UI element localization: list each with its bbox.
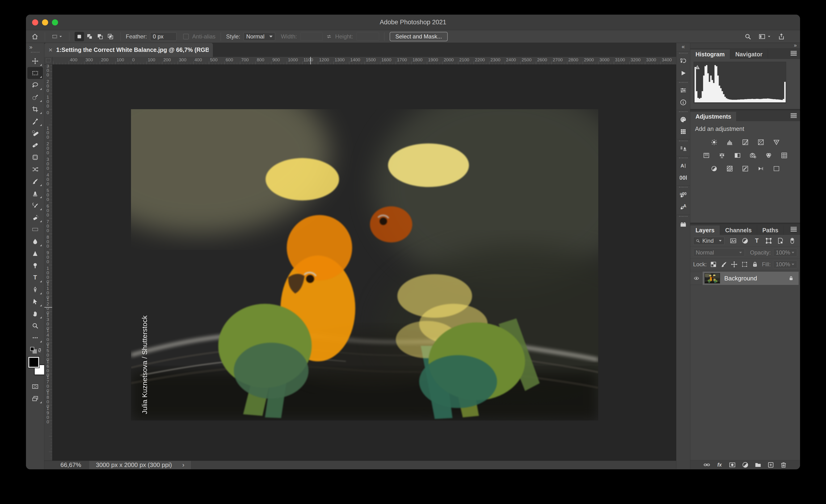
lock-artboard-nesting[interactable]	[740, 260, 749, 269]
properties-panel-button[interactable]	[676, 81, 690, 96]
panels-collapse-chevron[interactable]: »	[794, 43, 797, 49]
foreground-background-colors[interactable]	[26, 356, 44, 378]
invert-adjustment[interactable]	[708, 164, 720, 174]
type-tool[interactable]	[27, 271, 43, 284]
lock-position[interactable]	[730, 260, 739, 269]
zoom-tool[interactable]	[27, 320, 43, 332]
levels-adjustment[interactable]	[723, 137, 736, 147]
panel-menu-icon[interactable]	[790, 113, 797, 118]
pen-tool[interactable]	[27, 284, 43, 296]
cached-data-warning-icon[interactable]	[695, 64, 700, 70]
search-icon[interactable]	[744, 33, 752, 40]
hue-saturation-adjustment[interactable]	[700, 150, 712, 161]
brightness-contrast-adjustment[interactable]	[708, 137, 720, 147]
style-select[interactable]: Normal	[244, 32, 275, 41]
history-brush-tool[interactable]	[27, 199, 43, 211]
add-to-selection-mode[interactable]	[85, 32, 95, 41]
tab-channels[interactable]: Channels	[720, 226, 757, 235]
width-input[interactable]	[300, 32, 323, 41]
rectangular-marquee-tool[interactable]	[27, 67, 43, 79]
kind-filter-select[interactable]: Kind	[693, 237, 724, 245]
document-image[interactable]	[131, 109, 598, 421]
workspace-icon[interactable]	[759, 33, 766, 40]
paragraph-panel-button[interactable]	[676, 172, 690, 184]
gradient-map-adjustment[interactable]	[755, 164, 767, 174]
layer-thumbnail[interactable]	[704, 273, 720, 284]
default-colors-control[interactable]	[27, 345, 43, 356]
vertical-ruler[interactable]: 3002001000100200300400500600700800900100…	[44, 65, 52, 461]
photo-filter-adjustment[interactable]	[747, 150, 759, 161]
history-panel-button[interactable]	[676, 51, 690, 67]
character-panel-button[interactable]	[676, 156, 690, 172]
tool-preset-marquee[interactable]	[50, 32, 64, 41]
tab-paths[interactable]: Paths	[757, 226, 784, 235]
new-group-button[interactable]	[753, 461, 763, 469]
lock-all[interactable]	[751, 260, 759, 269]
new-adjustment-layer-button[interactable]	[741, 461, 750, 469]
filter-pixel-layers[interactable]	[728, 237, 738, 245]
hand-tool[interactable]	[27, 308, 43, 320]
swap-colors-icon[interactable]	[37, 348, 43, 353]
move-tool[interactable]	[27, 55, 43, 67]
color-panel-button[interactable]	[676, 110, 690, 125]
edit-toolbar-button[interactable]	[27, 332, 43, 343]
workspace-caret-icon[interactable]	[768, 36, 770, 37]
status-chevron-icon[interactable]: ›	[182, 461, 185, 468]
tab-navigator[interactable]: Navigator	[730, 50, 768, 59]
delete-layer-button[interactable]	[779, 461, 788, 469]
select-and-mask-button[interactable]: Select and Mask...	[390, 32, 448, 41]
share-icon[interactable]	[778, 33, 785, 40]
posterize-adjustment[interactable]	[723, 164, 736, 174]
actions-panel-button[interactable]	[676, 67, 690, 79]
screen-mode-button[interactable]	[27, 392, 43, 404]
curves-adjustment[interactable]	[739, 137, 752, 147]
channel-mixer-adjustment[interactable]	[763, 150, 775, 161]
document-info[interactable]: 3000 px x 2000 px (300 ppi) ›	[89, 461, 191, 469]
layer-filter-toggle[interactable]	[787, 237, 797, 245]
close-document-icon[interactable]: ×	[49, 47, 52, 53]
filter-shape-layers[interactable]	[764, 237, 774, 245]
clone-source-panel-button[interactable]	[676, 139, 690, 155]
histogram-graph[interactable]	[694, 62, 786, 103]
ruler-origin-box[interactable]	[44, 57, 52, 65]
tab-layers[interactable]: Layers	[690, 226, 720, 235]
sharpen-tool[interactable]	[27, 247, 43, 259]
filter-smart-objects[interactable]	[775, 237, 785, 245]
blend-mode-select[interactable]: Normal	[693, 249, 745, 257]
link-layers-button[interactable]	[702, 461, 712, 469]
canvas-area[interactable]: Julia Kuznetsova / Shutterstock 30020010…	[44, 65, 676, 461]
foreground-color-swatch[interactable]	[28, 357, 39, 368]
panel-menu-icon[interactable]	[790, 227, 797, 232]
gradient-tool[interactable]	[27, 223, 43, 235]
add-layer-mask-button[interactable]	[727, 461, 737, 469]
panel-menu-icon[interactable]	[790, 51, 797, 56]
zoom-level[interactable]: 66,67%	[60, 461, 81, 468]
black-white-adjustment[interactable]	[731, 150, 744, 161]
quick-mask-mode-button[interactable]	[27, 380, 43, 392]
exposure-adjustment[interactable]	[755, 137, 767, 147]
document-tab[interactable]: × 1:Setting the Correct White Balance.jp…	[44, 43, 213, 57]
spot-healing-brush-tool[interactable]	[27, 127, 43, 139]
fill-input[interactable]: 100%	[773, 260, 797, 268]
subtract-from-selection-mode[interactable]	[95, 32, 105, 41]
opacity-input[interactable]: 100%	[773, 249, 797, 257]
filter-adjustment-layers[interactable]	[740, 237, 750, 245]
intersect-selection-mode[interactable]	[106, 32, 115, 41]
home-button[interactable]	[30, 32, 40, 41]
quick-selection-tool[interactable]	[27, 91, 43, 103]
libraries-panel-button[interactable]	[676, 214, 690, 230]
feather-input[interactable]: 0 px	[150, 32, 177, 41]
character-styles-panel-button[interactable]	[676, 185, 690, 201]
color-balance-adjustment[interactable]	[716, 150, 728, 161]
lock-image-pixels[interactable]	[719, 260, 728, 269]
dodge-tool[interactable]	[27, 259, 43, 271]
height-input[interactable]	[356, 32, 379, 41]
eye-icon[interactable]	[694, 275, 699, 281]
dock-collapse-chevron[interactable]: «	[676, 43, 690, 50]
new-selection-mode[interactable]	[74, 32, 84, 41]
layer-visibility-cell[interactable]	[690, 272, 703, 285]
new-layer-button[interactable]	[766, 461, 775, 469]
anti-alias-checkbox[interactable]	[183, 34, 189, 40]
healing-brush-tool[interactable]	[27, 139, 43, 151]
toolbar-drag-handle[interactable]	[31, 52, 40, 53]
